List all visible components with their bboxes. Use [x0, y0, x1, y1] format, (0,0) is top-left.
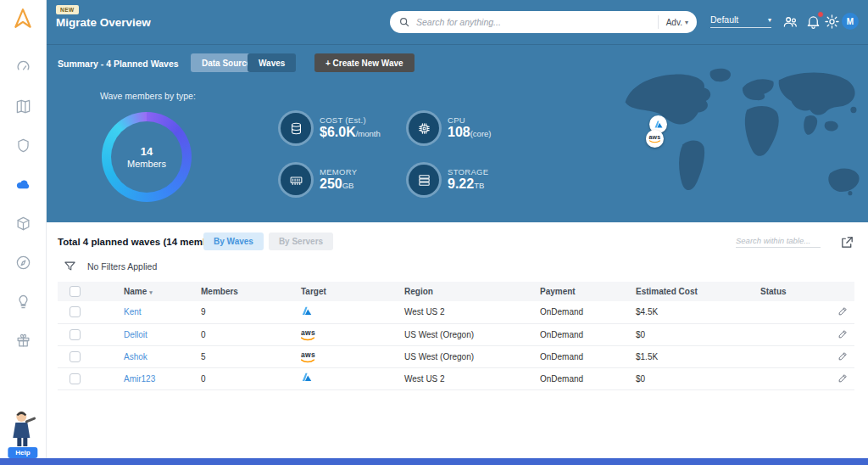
- column-status: Status: [760, 282, 829, 301]
- filter-funnel-icon[interactable]: [64, 260, 76, 272]
- edit-pencil-icon[interactable]: [837, 350, 849, 361]
- column-payment: Payment: [540, 282, 636, 301]
- column-estimated-cost: Estimated Cost: [636, 282, 760, 301]
- create-new-wave-button[interactable]: + Create New Wave: [314, 53, 415, 72]
- table-row[interactable]: Delloit 0 aws US West (Oregon) OnDemand …: [58, 323, 854, 345]
- column-actions: [829, 282, 854, 301]
- stat-label: COST (Est.): [320, 115, 381, 125]
- cell-members: 9: [201, 301, 301, 323]
- row-checkbox[interactable]: [70, 373, 81, 384]
- wave-name-link[interactable]: Amir123: [124, 374, 155, 384]
- cell-payment: OnDemand: [540, 345, 636, 367]
- column-members: Members: [201, 282, 301, 301]
- sidebar-item-insights[interactable]: [14, 292, 32, 311]
- search-input[interactable]: [416, 17, 658, 27]
- azure-logo: [301, 372, 313, 384]
- cell-region: West US 2: [404, 301, 540, 323]
- advanced-search-toggle[interactable]: Adv. ▾: [658, 15, 688, 29]
- edit-pencil-icon[interactable]: [837, 373, 849, 384]
- help-widget[interactable]: Help: [8, 410, 37, 458]
- gift-icon: [15, 333, 31, 349]
- stat-memory: MEMORY 250GB: [281, 160, 409, 199]
- cell-target: aws: [301, 323, 404, 345]
- wave-name-link[interactable]: Kent: [124, 307, 142, 317]
- sidebar-item-migrate[interactable]: [14, 175, 32, 193]
- stat-suffix: (core): [470, 129, 492, 138]
- table-search-input[interactable]: [736, 234, 821, 248]
- row-checkbox[interactable]: [70, 329, 81, 340]
- settings-button[interactable]: [824, 14, 840, 30]
- global-search: Adv. ▾: [390, 11, 697, 33]
- export-button[interactable]: [837, 232, 856, 251]
- sidebar-item-discovery[interactable]: [14, 97, 32, 115]
- cell-cost: $0: [636, 367, 760, 389]
- waves-button[interactable]: Waves: [248, 53, 296, 72]
- compass-icon: [15, 255, 31, 271]
- cell-status: [760, 323, 829, 345]
- cell-status: [760, 345, 829, 367]
- cell-cost: $0: [636, 323, 760, 345]
- wave-name-link[interactable]: Delloit: [124, 330, 147, 339]
- aws-logo: aws: [301, 351, 315, 363]
- help-character: [8, 410, 37, 449]
- chevron-down-icon: ▾: [685, 19, 688, 26]
- sidebar-item-dashboard[interactable]: [14, 58, 32, 76]
- table-row[interactable]: Ashok 5 aws US West (Oregon) OnDemand $1…: [58, 345, 854, 367]
- cell-cost: $1.5K: [636, 345, 760, 367]
- cell-members: 0: [201, 323, 301, 345]
- azure-logo: [301, 305, 313, 317]
- workspace-select[interactable]: Default ▾: [710, 14, 771, 28]
- bulb-icon: [15, 294, 31, 310]
- sidebar-item-security[interactable]: [14, 136, 32, 154]
- aws-logo: aws: [648, 134, 660, 143]
- chevron-down-icon: ▾: [768, 16, 771, 24]
- summary-hero: Summary - 4 Planned Waves Data Source Wa…: [47, 44, 868, 222]
- coins-icon: [281, 113, 311, 143]
- export-icon: [840, 235, 854, 249]
- sidebar-item-explore[interactable]: [14, 253, 32, 272]
- wave-members-donut-chart: 14 Members: [102, 112, 192, 202]
- stat-value: 9.22: [448, 176, 474, 191]
- edit-pencil-icon[interactable]: [837, 328, 849, 339]
- cell-region: West US 2: [404, 367, 540, 389]
- package-icon: [15, 216, 31, 232]
- tab-by-servers[interactable]: By Servers: [269, 232, 333, 250]
- page-title: Migrate Overview: [56, 16, 151, 29]
- row-checkbox[interactable]: [70, 306, 81, 317]
- row-checkbox[interactable]: [70, 351, 81, 362]
- cell-target: aws: [301, 345, 404, 367]
- gauge-icon: [15, 59, 31, 76]
- table-row[interactable]: Kent 9 aws West US 2 OnDemand $4.5K: [58, 301, 854, 323]
- donut-center: 14 Members: [102, 112, 192, 202]
- waves-table: Name▾ Members Target Region Payment Esti…: [58, 282, 854, 390]
- table-title: Total 4 planned waves (14 members): [58, 237, 226, 247]
- stat-storage: STORAGE 9.22TB: [409, 160, 544, 199]
- column-name[interactable]: Name: [124, 287, 147, 296]
- wave-name-link[interactable]: Ashok: [124, 352, 147, 361]
- summary-stats: COST (Est.) $6.0K/month CPU 108(core): [281, 109, 544, 199]
- user-avatar[interactable]: M: [842, 13, 859, 30]
- azure-logo: [654, 120, 664, 130]
- cell-region: US West (Oregon): [404, 323, 540, 345]
- cell-region: US West (Oregon): [404, 345, 540, 367]
- help-label: Help: [8, 447, 37, 458]
- storage-icon: [409, 165, 439, 195]
- sidebar-item-rewards[interactable]: [14, 331, 32, 350]
- edit-pencil-icon[interactable]: [837, 305, 849, 317]
- tab-by-waves[interactable]: By Waves: [203, 232, 264, 250]
- sidebar-item-inventory[interactable]: [14, 214, 32, 232]
- filter-row: No Filters Applied: [64, 260, 157, 272]
- map-pin-aws[interactable]: aws: [646, 130, 664, 148]
- cell-payment: OnDemand: [540, 323, 636, 345]
- column-region: Region: [404, 282, 540, 301]
- footer-bar: [0, 458, 868, 465]
- top-header: NEW Migrate Overview Adv. ▾ Default ▾ M: [47, 0, 868, 44]
- users-group-button[interactable]: [782, 14, 798, 30]
- notifications-button[interactable]: [805, 14, 821, 30]
- sort-chevron-icon: ▾: [149, 289, 153, 295]
- sidebar-nav: [0, 58, 46, 350]
- app-logo-icon[interactable]: [12, 8, 34, 33]
- stat-label: MEMORY: [320, 167, 357, 176]
- table-row[interactable]: Amir123 0 aws West US 2 OnDemand $0: [58, 367, 854, 389]
- select-all-checkbox[interactable]: [70, 286, 81, 297]
